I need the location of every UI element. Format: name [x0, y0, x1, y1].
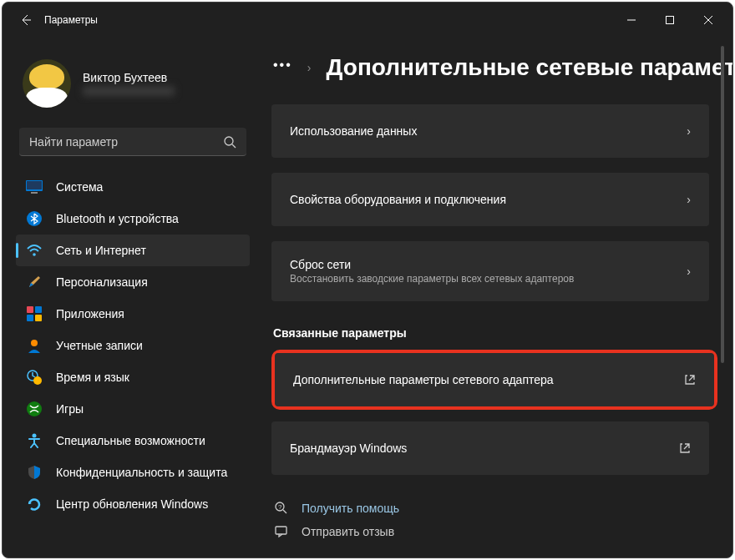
apps-icon: [26, 305, 43, 322]
maximize-icon: [666, 16, 674, 24]
avatar: [23, 59, 71, 108]
section-heading-related: Связанные параметры: [271, 305, 732, 350]
chevron-right-icon: ›: [687, 193, 691, 206]
sidebar-item-label: Сеть и Интернет: [56, 244, 146, 257]
window-title: Параметры: [44, 14, 612, 26]
sidebar-item-label: Bluetooth и устройства: [56, 212, 179, 225]
svg-point-6: [33, 253, 36, 256]
nav-list: Система Bluetooth и устройства Сеть и Ин…: [11, 171, 255, 520]
shield-icon: [26, 464, 43, 481]
profile-name: Виктор Бухтеев: [83, 71, 175, 84]
bluetooth-icon: [26, 210, 43, 227]
sidebar-item-privacy[interactable]: Конфиденциальность и защита: [16, 457, 250, 488]
sidebar-item-personalization[interactable]: Персонализация: [16, 266, 250, 298]
breadcrumb-collapse[interactable]: •••: [273, 58, 292, 78]
settings-window: Параметры Виктор Бухтеев: [2, 2, 733, 558]
monitor-icon: [26, 179, 43, 195]
sidebar-item-time[interactable]: Время и язык: [16, 361, 250, 393]
svg-rect-8: [35, 306, 42, 313]
sidebar-item-accounts[interactable]: Учетные записи: [16, 330, 250, 361]
search-input[interactable]: [29, 135, 223, 149]
content-area: ••• › Дополнительные сетевые параметры И…: [260, 38, 732, 557]
link-label: Отправить отзыв: [302, 525, 394, 538]
close-icon: [704, 16, 712, 24]
svg-rect-9: [27, 315, 33, 321]
help-icon: ?: [273, 502, 290, 515]
card-title: Свойства оборудования и подключения: [290, 193, 687, 206]
svg-rect-4: [31, 192, 38, 194]
chevron-right-icon: ›: [307, 61, 312, 74]
svg-point-14: [27, 401, 42, 416]
card-hardware-properties[interactable]: Свойства оборудования и подключения ›: [271, 173, 709, 226]
person-icon: [26, 337, 43, 354]
svg-rect-3: [27, 181, 42, 189]
svg-point-15: [33, 434, 37, 438]
chevron-right-icon: ›: [687, 124, 691, 138]
svg-point-1: [225, 137, 233, 145]
svg-point-13: [33, 376, 42, 385]
titlebar: Параметры: [3, 3, 732, 38]
chevron-right-icon: ›: [687, 265, 691, 278]
window-controls: [612, 8, 727, 33]
minimize-button[interactable]: [612, 8, 651, 33]
close-button[interactable]: [689, 8, 727, 33]
link-feedback[interactable]: Отправить отзыв: [271, 520, 732, 543]
sidebar-item-label: Центр обновления Windows: [56, 497, 208, 511]
link-label: Получить помощь: [302, 502, 399, 515]
sidebar-item-bluetooth[interactable]: Bluetooth и устройства: [16, 203, 250, 235]
sidebar-item-label: Игры: [56, 402, 84, 416]
sidebar-item-system[interactable]: Система: [16, 171, 250, 203]
card-adapter-options[interactable]: Дополнительные параметры сетевого адапте…: [275, 353, 714, 406]
card-subtitle: Восстановить заводские параметры всех се…: [290, 273, 687, 285]
sidebar-item-label: Время и язык: [56, 371, 129, 384]
search-box[interactable]: [19, 128, 246, 156]
arrow-left-icon: [19, 13, 33, 27]
profile-block[interactable]: Виктор Бухтеев: [11, 46, 255, 128]
wifi-icon: [26, 242, 43, 259]
xbox-icon: [26, 401, 43, 417]
clock-globe-icon: [26, 369, 43, 386]
sidebar: Виктор Бухтеев Система Bluetooth и устро…: [3, 38, 260, 557]
link-get-help[interactable]: ? Получить помощь: [271, 497, 732, 520]
sidebar-item-label: Специальные возможности: [56, 434, 205, 447]
card-title: Дополнительные параметры сетевого адапте…: [293, 373, 684, 386]
feedback-icon: [273, 525, 290, 538]
card-title: Использование данных: [290, 124, 687, 138]
svg-rect-10: [35, 315, 42, 321]
card-title: Сброс сети: [290, 258, 687, 271]
sidebar-item-label: Приложения: [56, 307, 124, 320]
sidebar-item-label: Персонализация: [56, 275, 148, 289]
maximize-button[interactable]: [651, 8, 689, 33]
sidebar-item-gaming[interactable]: Игры: [16, 393, 250, 425]
search-icon: [223, 135, 236, 149]
external-link-icon: [684, 374, 696, 386]
sidebar-item-network[interactable]: Сеть и Интернет: [16, 235, 250, 266]
highlight-annotation: Дополнительные параметры сетевого адапте…: [271, 350, 717, 410]
card-firewall[interactable]: Брандмауэр Windows: [271, 421, 709, 475]
svg-rect-7: [27, 306, 33, 313]
svg-rect-18: [276, 527, 286, 534]
paintbrush-icon: [26, 274, 43, 290]
profile-email-blurred: [83, 86, 175, 96]
sidebar-item-label: Конфиденциальность и защита: [56, 466, 227, 479]
page-title: Дополнительные сетевые параметры: [326, 54, 732, 81]
svg-point-11: [31, 340, 38, 346]
breadcrumb: ••• › Дополнительные сетевые параметры: [271, 54, 732, 104]
card-title: Брандмауэр Windows: [290, 441, 679, 455]
scrollbar[interactable]: [721, 46, 724, 363]
sidebar-item-update[interactable]: Центр обновления Windows: [16, 488, 250, 520]
card-data-usage[interactable]: Использование данных ›: [271, 104, 709, 158]
sidebar-item-label: Система: [56, 180, 103, 194]
svg-text:?: ?: [278, 503, 282, 511]
sidebar-item-apps[interactable]: Приложения: [16, 298, 250, 330]
external-link-icon: [679, 442, 691, 454]
back-button[interactable]: [8, 3, 44, 38]
minimize-icon: [627, 16, 636, 24]
card-network-reset[interactable]: Сброс сети Восстановить заводские параме…: [271, 241, 709, 301]
sidebar-item-label: Учетные записи: [56, 339, 143, 352]
svg-rect-0: [667, 17, 674, 24]
sidebar-item-accessibility[interactable]: Специальные возможности: [16, 425, 250, 457]
update-icon: [26, 496, 43, 512]
accessibility-icon: [26, 432, 43, 449]
